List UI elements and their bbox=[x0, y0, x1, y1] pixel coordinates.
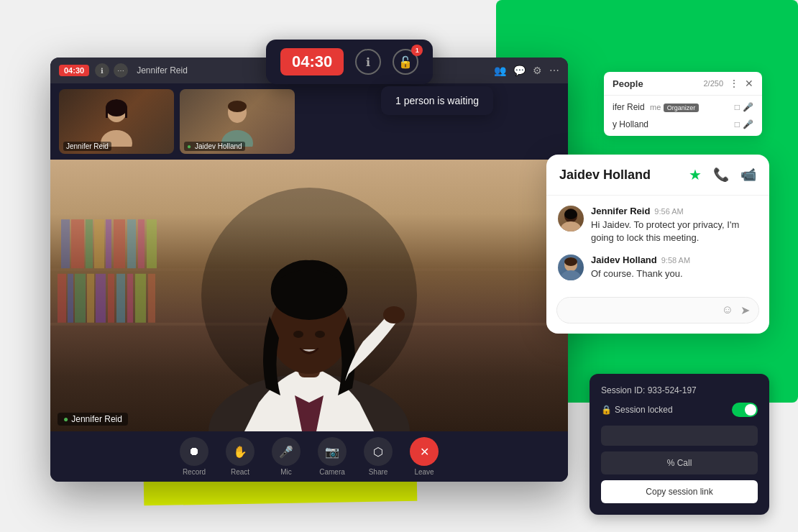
main-speaker-label: ● Jennifer Reid bbox=[58, 413, 128, 426]
star-icon[interactable]: ★ bbox=[689, 166, 702, 183]
svg-rect-4 bbox=[125, 108, 127, 118]
send-icon[interactable]: ➤ bbox=[740, 303, 750, 317]
session-copy-btn[interactable]: Copy session link bbox=[601, 480, 758, 503]
monitor-icon: □ bbox=[735, 102, 740, 112]
svg-point-7 bbox=[228, 101, 247, 112]
chat-time-0: 9:56 AM bbox=[654, 207, 683, 216]
people-actions-0: □ 🎤 bbox=[735, 102, 753, 112]
react-btn[interactable]: ✋ React bbox=[226, 437, 254, 476]
waiting-text: 1 person is waiting bbox=[395, 95, 479, 106]
phone-icon[interactable]: 📞 bbox=[713, 167, 729, 183]
waiting-notification: 1 person is waiting bbox=[381, 86, 493, 115]
svg-rect-15 bbox=[108, 274, 114, 323]
people-actions-1: □ 🎤 bbox=[735, 119, 753, 129]
svg-rect-16 bbox=[116, 274, 125, 323]
me-label: me bbox=[650, 103, 661, 111]
svg-rect-13 bbox=[87, 274, 94, 323]
lock-small-icon: 🔒 bbox=[601, 405, 612, 415]
mic-label: Mic bbox=[280, 468, 292, 476]
record-label: Record bbox=[183, 468, 206, 476]
more-btn[interactable]: ⋯ bbox=[114, 63, 128, 78]
svg-rect-10 bbox=[58, 274, 66, 323]
timer-display: 04:30 bbox=[280, 48, 344, 75]
title-name: Jennifer Reid bbox=[137, 65, 188, 75]
session-locked-toggle[interactable] bbox=[732, 403, 758, 417]
chat-text-1: Of course. Thank you. bbox=[591, 267, 758, 280]
mic-status-icon: 🎤 bbox=[743, 102, 753, 112]
monitor-icon-1: □ bbox=[735, 119, 740, 129]
leave-btn[interactable]: ✕ Leave bbox=[410, 437, 439, 476]
people-name-1: y Holland bbox=[613, 119, 730, 129]
svg-rect-20 bbox=[61, 219, 70, 268]
chat-icon[interactable]: 💬 bbox=[513, 65, 526, 76]
people-close-icon[interactable]: ✕ bbox=[745, 78, 753, 89]
info-icon[interactable]: ℹ bbox=[355, 49, 381, 75]
people-name-0: ifer Reid me Organizer bbox=[613, 102, 730, 112]
svg-rect-17 bbox=[127, 274, 133, 323]
session-panel: Session ID: 933-524-197 🔒 Session locked… bbox=[590, 374, 769, 515]
svg-point-40 bbox=[561, 270, 581, 280]
leave-icon: ✕ bbox=[410, 437, 439, 466]
chat-contact-name: Jaidev Holland bbox=[559, 168, 689, 183]
mic-btn[interactable]: 🎤 Mic bbox=[272, 437, 301, 476]
chat-msg-header-1: Jaidev Holland 9:58 AM bbox=[591, 254, 758, 265]
thumbnail-0[interactable]: Jennifer Reid bbox=[59, 89, 174, 154]
video-call-icon[interactable]: 📹 bbox=[740, 167, 756, 183]
chat-header: Jaidev Holland ★ 📞 📹 bbox=[546, 155, 769, 196]
svg-rect-27 bbox=[138, 219, 145, 268]
emoji-icon[interactable]: ☺ bbox=[722, 303, 733, 317]
thumbnail-1[interactable]: ● Jaidev Holland bbox=[180, 89, 295, 154]
chat-msg-content-1: Jaidev Holland 9:58 AM Of course. Thank … bbox=[591, 254, 758, 280]
main-video-area: ● Jennifer Reid bbox=[50, 160, 568, 431]
session-call-btn[interactable]: % Call bbox=[601, 451, 758, 474]
people-item-0: ifer Reid me Organizer □ 🎤 bbox=[604, 98, 762, 116]
settings-icon[interactable]: ⚙ bbox=[533, 65, 542, 76]
session-empty-bar bbox=[601, 426, 758, 446]
people-header-icons: ⋮ ✕ bbox=[729, 78, 753, 89]
chat-input[interactable] bbox=[566, 305, 722, 316]
record-btn[interactable]: ⏺ Record bbox=[180, 437, 208, 476]
chat-time-1: 9:58 AM bbox=[661, 256, 690, 265]
title-icons: ℹ ⋯ bbox=[95, 63, 128, 78]
svg-point-33 bbox=[293, 331, 303, 338]
svg-rect-19 bbox=[148, 274, 155, 323]
svg-rect-3 bbox=[106, 108, 108, 118]
svg-rect-18 bbox=[135, 274, 146, 323]
camera-btn[interactable]: 📷 Camera bbox=[318, 437, 347, 476]
svg-rect-21 bbox=[71, 219, 84, 268]
jennifer-avatar bbox=[558, 206, 584, 231]
people-count: 2/250 bbox=[703, 79, 723, 88]
chat-message-1: Jaidev Holland 9:58 AM Of course. Thank … bbox=[558, 254, 758, 280]
svg-rect-23 bbox=[94, 219, 104, 268]
thumbnail-label-1: ● Jaidev Holland bbox=[184, 142, 245, 151]
chat-sender-1: Jaidev Holland bbox=[591, 254, 657, 265]
record-icon: ⏺ bbox=[180, 437, 208, 466]
camera-icon: 📷 bbox=[318, 437, 347, 466]
svg-point-2 bbox=[106, 99, 127, 116]
timer-popup: 04:30 ℹ 🔓 1 bbox=[266, 40, 433, 84]
chat-panel: Jaidev Holland ★ 📞 📹 Jennifer Reid 9:56 … bbox=[546, 155, 769, 334]
thumbnail-label-0: Jennifer Reid bbox=[63, 142, 111, 151]
lock-wrapper: 🔓 1 bbox=[393, 49, 418, 75]
chat-text-0: Hi Jaidev. To protect yor privacy, I'm g… bbox=[591, 219, 758, 244]
chat-msg-content-0: Jennifer Reid 9:56 AM Hi Jaidev. To prot… bbox=[591, 206, 758, 244]
svg-rect-14 bbox=[96, 274, 106, 323]
svg-rect-11 bbox=[68, 274, 73, 323]
chat-msg-header-0: Jennifer Reid 9:56 AM bbox=[591, 206, 758, 216]
people-header: People 2/250 ⋮ ✕ bbox=[604, 72, 762, 96]
participants-icon[interactable]: 👥 bbox=[494, 65, 506, 76]
more-options-icon[interactable]: ⋯ bbox=[549, 65, 559, 76]
svg-point-41 bbox=[564, 257, 577, 266]
controls-bar: ⏺ Record ✋ React 🎤 Mic 📷 Camera ⬡ Share … bbox=[50, 431, 568, 482]
chat-header-icons: ★ 📞 📹 bbox=[689, 166, 756, 183]
info-btn[interactable]: ℹ bbox=[95, 63, 109, 78]
people-title: People bbox=[613, 78, 697, 89]
share-btn[interactable]: ⬡ Share bbox=[364, 437, 393, 476]
chat-input-area: ☺ ➤ bbox=[556, 297, 759, 324]
chat-sender-0: Jennifer Reid bbox=[591, 206, 650, 216]
chat-message-0: Jennifer Reid 9:56 AM Hi Jaidev. To prot… bbox=[558, 206, 758, 244]
share-label: Share bbox=[369, 468, 388, 476]
people-more-icon[interactable]: ⋮ bbox=[729, 78, 739, 89]
main-speaker-avatar bbox=[173, 160, 446, 431]
chat-input-icons: ☺ ➤ bbox=[722, 303, 750, 317]
